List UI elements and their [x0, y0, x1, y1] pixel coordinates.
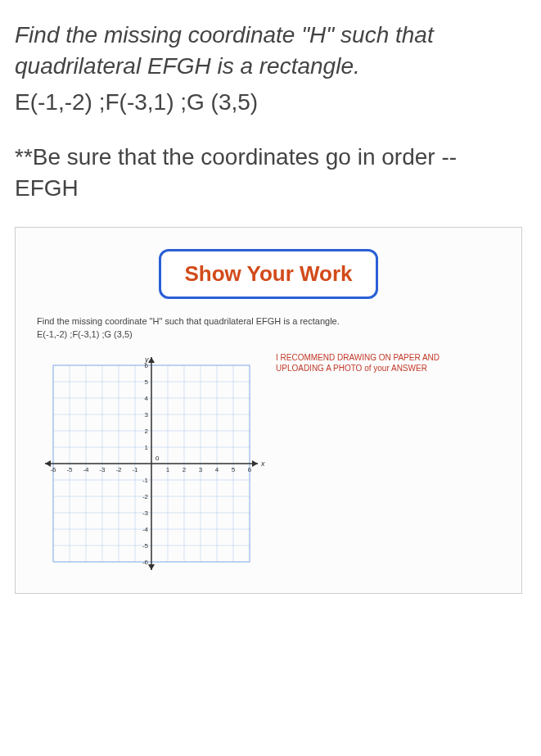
- svg-text:-4: -4: [142, 526, 149, 533]
- svg-text:6: 6: [248, 466, 252, 473]
- inner-coordinates: E(-1,-2) ;F(-3,1) ;G (3,5): [37, 328, 500, 340]
- svg-text:-5: -5: [142, 542, 149, 550]
- svg-text:3: 3: [145, 411, 149, 419]
- svg-text:2: 2: [183, 466, 187, 473]
- work-panel: Show Your Work Find the missing coordina…: [15, 227, 522, 594]
- svg-text:-1: -1: [142, 477, 149, 484]
- svg-text:-3: -3: [142, 509, 149, 517]
- svg-text:1: 1: [145, 444, 149, 451]
- svg-text:x: x: [260, 459, 265, 468]
- svg-text:y: y: [144, 355, 149, 364]
- svg-text:-4: -4: [83, 466, 89, 473]
- svg-text:1: 1: [166, 466, 170, 473]
- svg-text:2: 2: [145, 428, 149, 435]
- recommendation-text: I RECOMMEND DRAWING ON PAPER AND UPLOADI…: [276, 352, 472, 373]
- show-work-container: Show Your Work: [37, 249, 500, 299]
- show-your-work-button[interactable]: Show Your Work: [159, 249, 377, 299]
- question-text: Find the missing coordinate "H" such tha…: [15, 20, 526, 82]
- svg-text:3: 3: [199, 466, 203, 473]
- svg-text:4: 4: [215, 466, 219, 473]
- svg-text:-3: -3: [99, 466, 106, 473]
- svg-text:5: 5: [145, 378, 149, 386]
- inner-question-text: Find the missing coordinate "H" such tha…: [37, 315, 500, 327]
- svg-text:4: 4: [145, 395, 149, 402]
- coordinate-grid: -6-5-4-3-2-10123456-6-5-4-3-2-1123456xy: [37, 349, 266, 578]
- svg-text:5: 5: [232, 466, 236, 473]
- given-coordinates: E(-1,-2) ;F(-3,1) ;G (3,5): [15, 87, 526, 118]
- svg-text:-2: -2: [142, 493, 149, 500]
- svg-text:-1: -1: [132, 466, 138, 473]
- svg-marker-29: [252, 460, 258, 467]
- svg-marker-32: [148, 564, 155, 570]
- svg-text:-6: -6: [50, 466, 56, 473]
- svg-text:0: 0: [156, 455, 160, 462]
- svg-text:-5: -5: [66, 466, 73, 473]
- svg-text:-2: -2: [115, 466, 122, 473]
- svg-text:-6: -6: [142, 559, 149, 566]
- svg-marker-31: [148, 357, 155, 363]
- order-note: **Be sure that the coordinates go in ord…: [15, 142, 526, 204]
